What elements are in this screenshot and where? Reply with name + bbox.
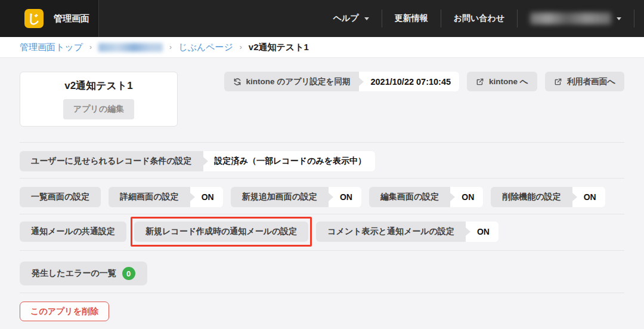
top-header: じ 管理画面 ヘルプ 更新情報 お問い合わせ xyxy=(0,0,644,37)
comment-notification-settings-button[interactable]: コメント表示と通知メールの設定 xyxy=(316,222,466,242)
screen-settings-row: 一覧画面の設定 詳細画面の設定 ON 新規追加画面の設定 ON 編集画面の設定 … xyxy=(20,187,624,207)
errors-row: 発生したエラーの一覧 0 xyxy=(20,262,624,285)
help-menu[interactable]: ヘルプ xyxy=(321,0,382,37)
chevron-down-icon xyxy=(364,17,369,20)
status-badge: ON xyxy=(466,222,499,242)
open-kintone-label: kintone へ xyxy=(489,76,528,87)
breadcrumb-admin-top[interactable]: 管理画面トップ xyxy=(20,42,83,53)
notification-settings-row: 通知メールの共通設定 新規レコード作成時の通知メールの設定 コメント表示と通知メ… xyxy=(20,222,624,242)
status-badge: ON xyxy=(190,187,223,207)
contact-link-label: お問い合わせ xyxy=(454,13,504,24)
open-user-site-button[interactable]: 利用者画面へ xyxy=(545,72,624,91)
open-user-site-label: 利用者画面へ xyxy=(567,76,615,87)
external-link-icon xyxy=(476,78,484,86)
header-nav: ヘルプ 更新情報 お問い合わせ xyxy=(321,0,644,37)
open-kintone-button[interactable]: kintone へ xyxy=(467,72,537,91)
updates-link[interactable]: 更新情報 xyxy=(382,0,441,37)
sync-settings-label: kintone のアプリ設定を同期 xyxy=(246,76,351,87)
section-divider xyxy=(20,178,624,179)
app-card: v2通知テスト1 アプリの編集 xyxy=(20,72,178,127)
contact-link[interactable]: お問い合わせ xyxy=(441,0,517,37)
add-screen-settings-button[interactable]: 新規追加画面の設定 xyxy=(231,187,329,207)
refresh-icon xyxy=(233,78,242,86)
sync-group: kintone のアプリ設定を同期 2021/10/22 07:10:45 xyxy=(224,72,460,91)
new-record-notification-settings-button[interactable]: 新規レコード作成時の通知メールの設定 xyxy=(134,222,308,242)
status-badge: ON xyxy=(329,187,361,207)
list-screen-settings-button[interactable]: 一覧画面の設定 xyxy=(20,187,101,207)
app-logo-icon[interactable]: じ xyxy=(24,9,44,28)
toolbar: kintone のアプリ設定を同期 2021/10/22 07:10:45 ki… xyxy=(224,72,624,91)
breadcrumb: 管理画面トップ › › じぶんページ › v2通知テスト1 xyxy=(0,37,644,58)
help-menu-label: ヘルプ xyxy=(333,13,359,24)
delete-row: このアプリを削除 xyxy=(20,302,624,321)
delete-function-settings-button[interactable]: 削除機能の設定 xyxy=(491,187,572,207)
edit-app-button[interactable]: アプリの編集 xyxy=(63,99,134,119)
highlight-annotation-box: 新規レコード作成時の通知メールの設定 xyxy=(134,222,308,242)
status-badge: ON xyxy=(572,187,605,207)
header-title: 管理画面 xyxy=(54,13,89,24)
redacted-username xyxy=(530,13,611,24)
delete-app-button[interactable]: このアプリを削除 xyxy=(20,302,109,321)
edit-screen-settings-button[interactable]: 編集画面の設定 xyxy=(369,187,450,207)
error-count-badge: 0 xyxy=(122,267,135,280)
section-divider xyxy=(20,293,624,293)
header-divider xyxy=(634,10,634,27)
header-brand: じ 管理画面 xyxy=(0,0,99,37)
user-account-menu[interactable] xyxy=(518,0,634,37)
error-list-label: 発生したエラーの一覧 xyxy=(32,268,116,279)
breadcrumb-separator: › xyxy=(169,43,172,51)
updates-link-label: 更新情報 xyxy=(395,13,428,24)
section-divider xyxy=(20,142,624,143)
main-content: v2通知テスト1 アプリの編集 kintone のアプリ設定を同期 2021/1… xyxy=(0,72,644,321)
section-divider xyxy=(20,214,624,214)
breadcrumb-my-page[interactable]: じぶんページ xyxy=(178,42,233,53)
common-notification-settings-button[interactable]: 通知メールの共通設定 xyxy=(20,222,126,242)
detail-screen-settings-button[interactable]: 詳細画面の設定 xyxy=(109,187,190,207)
record-visibility-row: ユーザーに見せられるレコード条件の設定 設定済み（一部レコードのみを表示中） xyxy=(20,151,624,171)
external-link-icon xyxy=(554,78,562,86)
app-title: v2通知テスト1 xyxy=(64,79,133,93)
redacted-breadcrumb-item[interactable] xyxy=(98,43,163,52)
error-list-button[interactable]: 発生したエラーの一覧 0 xyxy=(20,262,147,285)
record-visibility-status: 設定済み（一部レコードのみを表示中） xyxy=(203,151,375,171)
sync-settings-button[interactable]: kintone のアプリ設定を同期 xyxy=(224,72,360,91)
breadcrumb-separator: › xyxy=(89,43,92,51)
breadcrumb-separator: › xyxy=(240,43,242,51)
breadcrumb-current: v2通知テスト1 xyxy=(249,42,309,53)
record-visibility-settings-button[interactable]: ユーザーに見せられるレコード条件の設定 xyxy=(20,151,203,171)
last-synced-timestamp: 2021/10/22 07:10:45 xyxy=(359,72,459,91)
section-divider xyxy=(20,250,624,251)
status-badge: ON xyxy=(450,187,483,207)
chevron-down-icon xyxy=(617,17,621,20)
